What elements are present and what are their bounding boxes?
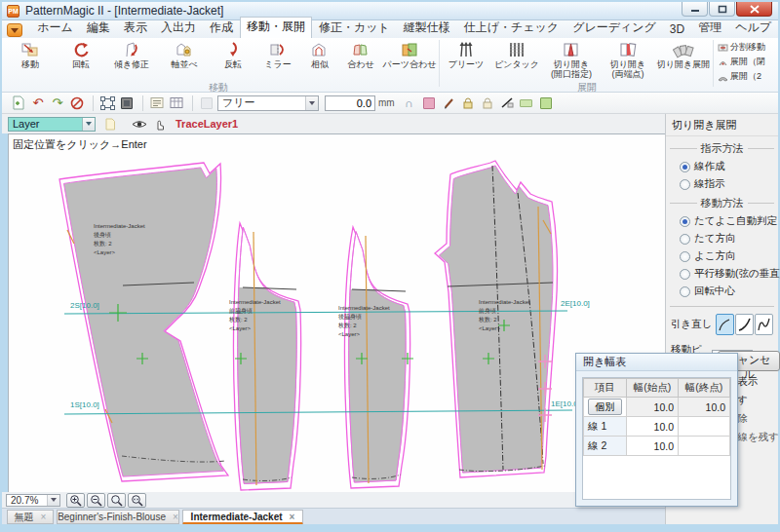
flip-button[interactable]: 反転: [211, 38, 255, 81]
restore-button[interactable]: [709, 2, 735, 17]
match-button[interactable]: 合わせ: [339, 38, 382, 81]
move-mode-select[interactable]: フリー: [217, 95, 319, 111]
tab-beginners-finish-blouse[interactable]: Beginner's-Finish-Blouse×: [57, 510, 179, 524]
minimize-button[interactable]: [682, 2, 708, 17]
undo-icon: ↶: [33, 96, 44, 109]
radio-line-indicate[interactable]: 線指示: [680, 177, 778, 191]
end-width-cell[interactable]: [679, 417, 730, 437]
menu-sewing-spec[interactable]: 縫製仕様: [397, 18, 457, 38]
menu-modify-cut[interactable]: 修正・カット: [312, 18, 397, 38]
menu-home[interactable]: ホーム: [30, 18, 80, 38]
zoom-level-select[interactable]: 20.7%: [6, 494, 60, 507]
ribbon-separator: [713, 40, 714, 87]
close-tab-icon[interactable]: ×: [290, 512, 295, 522]
cut-open-endpoints-button[interactable]: 切り開き (両端点): [600, 38, 656, 81]
zoom-in-button[interactable]: [66, 493, 85, 508]
close-tab-icon[interactable]: ×: [41, 512, 47, 522]
split-move-button[interactable]: 分割移動: [718, 40, 778, 55]
pintuck-button[interactable]: ピンタック: [490, 38, 543, 81]
layer-pick-toggle[interactable]: [150, 115, 168, 133]
grid-table-button[interactable]: [168, 95, 185, 112]
expand-closed-button[interactable]: 展開（閉: [718, 55, 778, 69]
menu-grading[interactable]: グレーディング: [566, 18, 663, 38]
start-width-cell[interactable]: 10.0: [627, 398, 679, 417]
menu-admin[interactable]: 管理: [691, 18, 728, 38]
prohibit-button[interactable]: [68, 95, 86, 112]
menu-move-expand[interactable]: 移動・展開: [240, 17, 312, 38]
close-button[interactable]: [736, 2, 772, 17]
eye-icon: [132, 119, 147, 130]
end-width-cell[interactable]: [679, 437, 730, 456]
lock-alt-button[interactable]: [479, 95, 496, 112]
redraw-curve2-button[interactable]: [735, 314, 754, 335]
snap-magnet-button[interactable]: ∩: [401, 95, 418, 112]
radio-auto-direction[interactable]: たてよこ自動判定: [680, 214, 778, 228]
active-trace-layer[interactable]: TraceLayer1: [176, 118, 238, 130]
offset-input[interactable]: [325, 95, 375, 111]
pattern-canvas[interactable]: 固定位置をクリック→Enter: [8, 133, 665, 492]
radio-rotation-center[interactable]: 回転中心: [680, 285, 778, 298]
pen-button[interactable]: [440, 95, 457, 112]
layer-page-button[interactable]: [101, 115, 119, 133]
layer-visibility-toggle[interactable]: [131, 115, 148, 133]
zoom-area-button[interactable]: [107, 493, 126, 508]
rotate-button[interactable]: 回転: [57, 38, 105, 81]
similar-button[interactable]: 相似: [300, 38, 339, 81]
axis-align-button[interactable]: 軸並べ: [158, 38, 211, 81]
minimize-icon: [690, 5, 700, 13]
redraw-curve1-button[interactable]: [716, 314, 734, 335]
ribbon: 移動 回転 傾き修正 軸並べ 反転 ミラー: [2, 38, 778, 93]
expand-two-button[interactable]: 展開（2: [718, 69, 778, 84]
parts-match-button[interactable]: パーツ合わせ: [382, 38, 437, 81]
radio-parallel[interactable]: 平行移動(弦の垂直): [680, 267, 778, 281]
new-document-button[interactable]: [10, 95, 27, 112]
cut-line-button[interactable]: [498, 95, 516, 112]
radio-horizontal[interactable]: よこ方向: [680, 249, 778, 263]
ribbon-row: 移動 回転 傾き修正 軸並べ 反転 ミラー: [2, 38, 778, 81]
tilt-correct-button[interactable]: 傾き修正: [105, 38, 158, 81]
menu-3d[interactable]: 3D: [663, 20, 691, 38]
undo-button[interactable]: ↶: [29, 95, 47, 112]
cut-open-opening-button[interactable]: 切り開き (開口指定): [543, 38, 600, 81]
redraw-curve3-button[interactable]: [755, 314, 773, 335]
menu-io[interactable]: 入出力: [154, 18, 203, 38]
redo-button[interactable]: ↷: [49, 95, 66, 112]
tab-intermediate-jacket[interactable]: Intermediate-Jacket×: [182, 510, 303, 525]
opening-width-panel[interactable]: 開き幅表 項目 幅(始点) 幅(終点) 個別 10.0 10.0 線 1 10.…: [575, 353, 738, 507]
layer-select[interactable]: Layer: [8, 117, 96, 132]
measure-list-button[interactable]: [148, 95, 166, 112]
apply-all-button[interactable]: 個別: [588, 399, 622, 415]
col-item: 項目: [584, 379, 627, 398]
tab-untitled[interactable]: 無題×: [7, 510, 54, 524]
cut-open-expand-button[interactable]: 切り開き展開: [656, 38, 711, 81]
radio-icon: [680, 234, 690, 245]
lock-button[interactable]: [459, 95, 477, 112]
pattern-piece-back[interactable]: [59, 163, 228, 481]
menu-view[interactable]: 表示: [117, 18, 154, 38]
zoom-fit-button[interactable]: [128, 493, 146, 508]
redraw-label: 引き直し: [671, 318, 713, 331]
surface-button[interactable]: [537, 95, 555, 112]
zoom-out-button[interactable]: [87, 493, 105, 508]
fill-region-button[interactable]: [118, 95, 136, 112]
flatten-button[interactable]: [518, 95, 535, 112]
radio-line-create[interactable]: 線作成: [680, 160, 778, 173]
menu-edit[interactable]: 編集: [80, 18, 117, 38]
start-width-cell[interactable]: 10.0: [627, 417, 679, 437]
close-tab-icon[interactable]: ×: [173, 512, 178, 522]
lock-icon: [462, 96, 474, 109]
start-width-cell[interactable]: 10.0: [627, 437, 679, 456]
mark-color-button[interactable]: [420, 95, 438, 112]
selection-frame-button[interactable]: [98, 95, 116, 112]
application-menu-button[interactable]: [7, 23, 22, 37]
disabled-tool-button[interactable]: [198, 95, 215, 112]
pattern-piece-back-side[interactable]: [340, 227, 416, 493]
move-button[interactable]: 移動: [4, 38, 57, 81]
radio-vertical[interactable]: たて方向: [680, 232, 778, 246]
mirror-button[interactable]: ミラー: [255, 38, 300, 81]
menu-help[interactable]: ヘルプ: [728, 18, 778, 38]
end-width-cell[interactable]: 10.0: [679, 398, 730, 417]
menu-create[interactable]: 作成: [203, 18, 240, 38]
pleats-button[interactable]: プリーツ: [442, 38, 490, 81]
menu-finish-check[interactable]: 仕上げ・チェック: [457, 18, 566, 38]
